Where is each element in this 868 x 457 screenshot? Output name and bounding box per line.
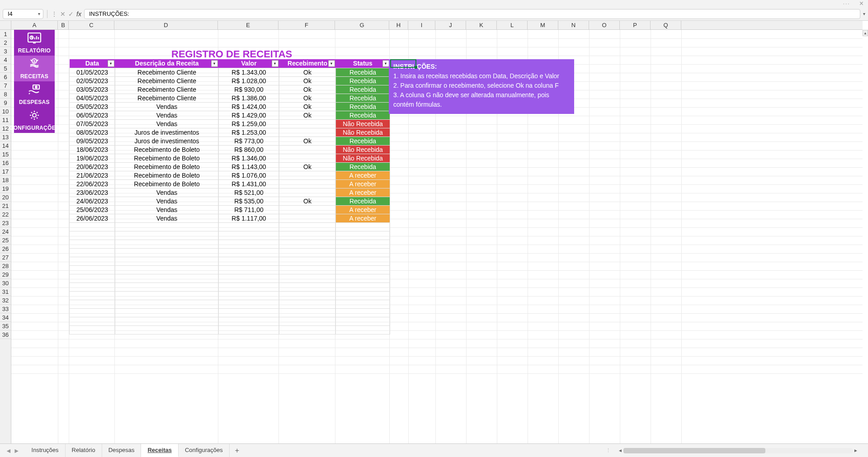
- cell-data[interactable]: 23/06/2023: [70, 188, 115, 197]
- table-row-empty[interactable]: [70, 300, 390, 308]
- cell-data[interactable]: 01/05/2023: [70, 68, 115, 76]
- table-row-empty[interactable]: [70, 257, 390, 265]
- cell-desc[interactable]: Vendas: [115, 188, 219, 197]
- cell-data[interactable]: 06/05/2023: [70, 111, 115, 119]
- cell-valor[interactable]: R$ 1.424,00: [219, 102, 279, 111]
- cell-valor[interactable]: R$ 1.346,00: [219, 154, 279, 162]
- cell-desc[interactable]: Recebimento de Boleto: [115, 171, 219, 179]
- cell-recebimento[interactable]: [279, 214, 336, 222]
- row-header[interactable]: 24: [0, 227, 11, 236]
- cell-recebimento[interactable]: [279, 119, 336, 128]
- cell-desc[interactable]: Vendas: [115, 119, 219, 128]
- cell-desc[interactable]: Juros de investimentos: [115, 137, 219, 145]
- cell-valor[interactable]: R$ 1.076,00: [219, 171, 279, 179]
- cell-desc[interactable]: Vendas: [115, 205, 219, 214]
- column-header[interactable]: P: [620, 21, 651, 29]
- row-header[interactable]: 30: [0, 279, 11, 287]
- column-headers[interactable]: ABCDEFGHIJKLMNOPQ: [11, 21, 863, 30]
- cell-recebimento[interactable]: [279, 188, 336, 197]
- column-header[interactable]: O: [589, 21, 620, 29]
- row-header[interactable]: 20: [0, 193, 11, 202]
- nav-relatório[interactable]: RELATÓRIO: [14, 30, 55, 56]
- cell-valor[interactable]: R$ 1.431,00: [219, 179, 279, 188]
- column-header[interactable]: E: [218, 21, 278, 29]
- row-header[interactable]: 23: [0, 219, 11, 227]
- table-row[interactable]: 01/05/2023Recebimento ClienteR$ 1.343,00…: [70, 68, 390, 76]
- cell-valor[interactable]: R$ 1.253,00: [219, 128, 279, 137]
- column-header[interactable]: N: [558, 21, 589, 29]
- more-icon[interactable]: ···: [843, 0, 850, 7]
- status-badge[interactable]: Recebida: [336, 162, 390, 171]
- status-badge[interactable]: Recebida: [336, 197, 390, 205]
- add-sheet-button[interactable]: +: [230, 447, 245, 455]
- scroll-up-icon[interactable]: ▲: [863, 30, 868, 36]
- row-header[interactable]: 16: [0, 159, 11, 167]
- cell-data[interactable]: 20/06/2023: [70, 162, 115, 171]
- column-header[interactable]: Q: [651, 21, 681, 29]
- cell-recebimento[interactable]: Ok: [279, 137, 336, 145]
- filter-icon[interactable]: ▾: [211, 60, 218, 67]
- cancel-icon[interactable]: ✕: [60, 10, 66, 18]
- row-header[interactable]: 13: [0, 133, 11, 141]
- cell-data[interactable]: 04/05/2023: [70, 94, 115, 102]
- cell-data[interactable]: 21/06/2023: [70, 171, 115, 179]
- status-badge[interactable]: Recebida: [336, 68, 390, 76]
- table-row-empty[interactable]: [70, 308, 390, 317]
- cell-data[interactable]: 26/06/2023: [70, 214, 115, 222]
- cell-data[interactable]: 24/06/2023: [70, 197, 115, 205]
- filter-icon[interactable]: ▾: [328, 60, 335, 67]
- cell-data[interactable]: 08/05/2023: [70, 128, 115, 137]
- column-header-valor[interactable]: Valor▾: [219, 59, 279, 68]
- table-row[interactable]: 08/05/2023Juros de investimentosR$ 1.253…: [70, 128, 390, 137]
- cell-desc[interactable]: Vendas: [115, 111, 219, 119]
- row-header[interactable]: 27: [0, 253, 11, 262]
- column-header-data[interactable]: Data▾: [70, 59, 115, 68]
- vertical-dots-icon[interactable]: ⋮: [606, 448, 612, 453]
- column-header[interactable]: G: [335, 21, 389, 29]
- cell-data[interactable]: 03/05/2023: [70, 85, 115, 94]
- table-row[interactable]: 03/05/2023Recebimento ClienteR$ 930,00Ok…: [70, 85, 390, 94]
- chevron-down-icon[interactable]: ▾: [863, 11, 865, 16]
- cell-desc[interactable]: Recebimento de Boleto: [115, 179, 219, 188]
- table-row-empty[interactable]: [70, 222, 390, 231]
- cell-data[interactable]: 09/05/2023: [70, 137, 115, 145]
- name-box[interactable]: I4 ▾: [3, 9, 43, 19]
- row-header[interactable]: 6: [0, 73, 11, 81]
- row-header[interactable]: 22: [0, 210, 11, 219]
- column-header[interactable]: H: [389, 21, 408, 29]
- table-row-empty[interactable]: [70, 265, 390, 274]
- row-header[interactable]: 3: [0, 47, 11, 56]
- row-header[interactable]: 34: [0, 313, 11, 322]
- row-header[interactable]: 1: [0, 30, 11, 38]
- row-header[interactable]: 18: [0, 176, 11, 184]
- cell-recebimento[interactable]: [279, 128, 336, 137]
- cell-data[interactable]: 22/06/2023: [70, 179, 115, 188]
- row-headers[interactable]: 1234567891011121314151617181920212223242…: [0, 30, 11, 443]
- table-row[interactable]: 23/06/2023VendasR$ 521,00A receber: [70, 188, 390, 197]
- row-header[interactable]: 17: [0, 167, 11, 176]
- column-header-status[interactable]: Status▾: [336, 59, 390, 68]
- table-row[interactable]: 05/05/2023VendasR$ 1.424,00OkRecebida: [70, 102, 390, 111]
- fx-icon[interactable]: fx: [76, 10, 81, 18]
- table-row-empty[interactable]: [70, 274, 390, 283]
- cell-valor[interactable]: R$ 1.259,00: [219, 119, 279, 128]
- status-badge[interactable]: Não Recebida: [336, 128, 390, 137]
- row-header[interactable]: 29: [0, 270, 11, 279]
- cell-desc[interactable]: Recebimento de Boleto: [115, 162, 219, 171]
- row-header[interactable]: 8: [0, 90, 11, 99]
- status-badge[interactable]: A receber: [336, 179, 390, 188]
- cell-desc[interactable]: Juros de investimentos: [115, 128, 219, 137]
- column-header[interactable]: F: [278, 21, 335, 29]
- accept-icon[interactable]: ✓: [68, 10, 74, 18]
- row-header[interactable]: 28: [0, 262, 11, 270]
- chevron-down-icon[interactable]: ▾: [38, 11, 40, 16]
- table-row[interactable]: 26/06/2023VendasR$ 1.117,00A receber: [70, 214, 390, 222]
- cell-recebimento[interactable]: Ok: [279, 94, 336, 102]
- formula-input[interactable]: INSTRUÇÕES:: [84, 9, 860, 19]
- cell-desc[interactable]: Vendas: [115, 214, 219, 222]
- nav-configurações[interactable]: CONFIGURAÇÕES: [14, 107, 55, 133]
- grid-body[interactable]: RELATÓRIO$RECEITAS$DESPESASCONFIGURAÇÕES…: [11, 30, 863, 443]
- row-header[interactable]: 11: [0, 116, 11, 124]
- scrollbar-track[interactable]: [623, 448, 853, 453]
- vertical-dots-icon[interactable]: ⋮: [51, 10, 57, 18]
